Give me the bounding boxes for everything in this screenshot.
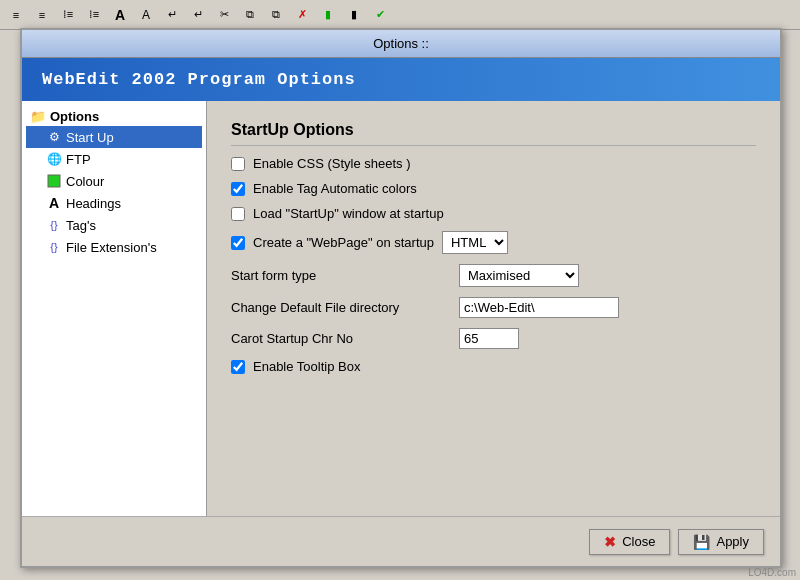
toolbar-btn-14[interactable]: ▮ <box>342 4 366 26</box>
start-form-label: Start form type <box>231 268 451 283</box>
toolbar-btn-8[interactable]: ↵ <box>186 4 210 26</box>
default-dir-label: Change Default File directory <box>231 300 451 315</box>
fileext-icon: {} <box>46 239 62 255</box>
sidebar-item-colour-label: Colour <box>66 174 104 189</box>
sidebar-item-tags[interactable]: {} Tag's <box>26 214 202 236</box>
toolbar-btn-1[interactable]: ≡ <box>4 4 28 26</box>
toolbar-btn-5[interactable]: A <box>108 4 132 26</box>
options-dialog: Options :: WebEdit 2002 Program Options … <box>20 28 782 568</box>
toolbar-btn-9[interactable]: ✂ <box>212 4 236 26</box>
default-dir-row: Change Default File directory <box>231 297 756 318</box>
sidebar-item-fileext[interactable]: {} File Extension's <box>26 236 202 258</box>
sidebar-root-label: Options <box>50 109 99 124</box>
toolbar-btn-4[interactable]: ⁞≡ <box>82 4 106 26</box>
createwebpage-label[interactable]: Create a "WebPage" on startup <box>253 235 434 250</box>
colour-icon <box>46 173 62 189</box>
close-button[interactable]: ✖ Close <box>589 529 670 555</box>
loadwindow-checkbox[interactable] <box>231 207 245 221</box>
tooltip-checkbox[interactable] <box>231 360 245 374</box>
css-label[interactable]: Enable CSS (Style sheets ) <box>253 156 411 171</box>
svg-rect-0 <box>48 175 60 187</box>
carot-input[interactable] <box>459 328 519 349</box>
dialog-body: 📁 Options ⚙ Start Up 🌐 FTP Colour A Head… <box>22 101 780 547</box>
toolbar-btn-6[interactable]: A <box>134 4 158 26</box>
start-form-row: Start form type Maximised Normal Minimis… <box>231 264 756 287</box>
startup-icon: ⚙ <box>46 129 62 145</box>
tagcolors-checkbox[interactable] <box>231 182 245 196</box>
close-icon: ✖ <box>604 534 616 550</box>
dialog-header-text: WebEdit 2002 Program Options <box>42 70 356 89</box>
sidebar-item-startup[interactable]: ⚙ Start Up <box>26 126 202 148</box>
sidebar-item-ftp-label: FTP <box>66 152 91 167</box>
toolbar-btn-13[interactable]: ▮ <box>316 4 340 26</box>
sidebar-item-tags-label: Tag's <box>66 218 96 233</box>
sidebar-item-fileext-label: File Extension's <box>66 240 157 255</box>
dialog-footer: ✖ Close 💾 Apply <box>22 516 780 566</box>
save-disk-icon: 💾 <box>693 534 710 550</box>
dialog-title: Options :: <box>373 36 429 51</box>
section-title: StartUp Options <box>231 121 756 146</box>
default-dir-input[interactable] <box>459 297 619 318</box>
carot-row: Carot Startup Chr No <box>231 328 756 349</box>
options-icon: 📁 <box>30 109 46 124</box>
option-css-row: Enable CSS (Style sheets ) <box>231 156 756 171</box>
headings-icon: A <box>46 195 62 211</box>
toolbar: ≡ ≡ ⁞≡ ⁞≡ A A ↵ ↵ ✂ ⧉ ⧉ ✗ ▮ ▮ ✔ <box>0 0 800 30</box>
sidebar: 📁 Options ⚙ Start Up 🌐 FTP Colour A Head… <box>22 101 207 547</box>
content-panel: StartUp Options Enable CSS (Style sheets… <box>207 101 780 547</box>
toolbar-btn-3[interactable]: ⁞≡ <box>56 4 80 26</box>
createwebpage-checkbox[interactable] <box>231 236 245 250</box>
css-checkbox[interactable] <box>231 157 245 171</box>
ftp-icon: 🌐 <box>46 151 62 167</box>
toolbar-btn-12[interactable]: ✗ <box>290 4 314 26</box>
sidebar-item-startup-label: Start Up <box>66 130 114 145</box>
option-tooltip-row: Enable Tooltip Box <box>231 359 756 374</box>
sidebar-item-colour[interactable]: Colour <box>26 170 202 192</box>
dialog-header: WebEdit 2002 Program Options <box>22 58 780 101</box>
tooltip-label[interactable]: Enable Tooltip Box <box>253 359 360 374</box>
sidebar-item-headings-label: Headings <box>66 196 121 211</box>
carot-label: Carot Startup Chr No <box>231 331 451 346</box>
start-form-select[interactable]: Maximised Normal Minimised <box>459 264 579 287</box>
tagcolors-label[interactable]: Enable Tag Automatic colors <box>253 181 417 196</box>
option-loadwindow-row: Load "StartUp" window at startup <box>231 206 756 221</box>
webpage-type-select[interactable]: HTML ASP PHP <box>442 231 508 254</box>
toolbar-btn-11[interactable]: ⧉ <box>264 4 288 26</box>
apply-label: Apply <box>716 534 749 549</box>
dialog-titlebar: Options :: <box>22 30 780 58</box>
sidebar-item-headings[interactable]: A Headings <box>26 192 202 214</box>
close-label: Close <box>622 534 655 549</box>
toolbar-btn-7[interactable]: ↵ <box>160 4 184 26</box>
toolbar-btn-15[interactable]: ✔ <box>368 4 392 26</box>
sidebar-item-ftp[interactable]: 🌐 FTP <box>26 148 202 170</box>
apply-button[interactable]: 💾 Apply <box>678 529 764 555</box>
tags-icon: {} <box>46 217 62 233</box>
toolbar-btn-10[interactable]: ⧉ <box>238 4 262 26</box>
toolbar-btn-2[interactable]: ≡ <box>30 4 54 26</box>
sidebar-root[interactable]: 📁 Options <box>26 107 202 126</box>
loadwindow-label[interactable]: Load "StartUp" window at startup <box>253 206 444 221</box>
branding: LO4D.com <box>748 567 796 578</box>
option-createwebpage-row: Create a "WebPage" on startup HTML ASP P… <box>231 231 756 254</box>
option-tagcolors-row: Enable Tag Automatic colors <box>231 181 756 196</box>
